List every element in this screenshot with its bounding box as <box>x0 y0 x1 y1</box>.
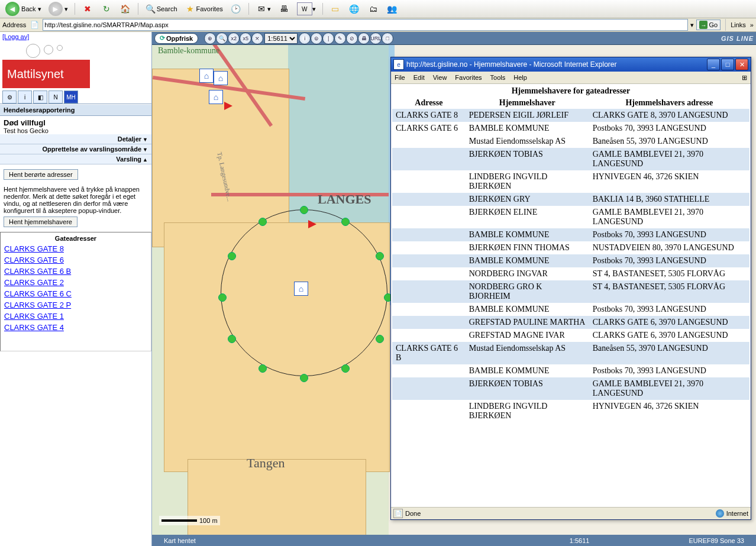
table-row: BAMBLE KOMMUNEPostboks 70, 3993 LANGESUN… <box>392 364 749 377</box>
marker-icon[interactable]: ⌂ <box>209 90 223 104</box>
refresh-button[interactable]: ↻ <box>98 1 115 17</box>
mini-tab-1[interactable]: i <box>18 91 32 104</box>
address-link[interactable]: CLARKS GATE 6 B <box>4 266 147 277</box>
cell: CLARKS GATE 6 <box>392 122 466 135</box>
gis-tool-4[interactable]: ⤧ <box>251 33 263 44</box>
history-button[interactable]: 🕑 <box>227 1 245 17</box>
address-link[interactable]: CLARKS GATE 6 C <box>4 288 147 299</box>
menu-view[interactable]: View <box>433 74 447 81</box>
cell: NORDBERG INGVAR <box>466 267 589 280</box>
search-label: Search <box>157 5 177 12</box>
address-list-scroll[interactable]: Gateadresser CLARKS GATE 8CLARKS GATE 6C… <box>0 232 151 351</box>
logoff-link[interactable]: [Logg av] <box>2 33 29 40</box>
minimize-button[interactable]: _ <box>707 59 720 70</box>
section-detaljer[interactable]: Detaljer▼ <box>0 134 151 144</box>
cell <box>392 170 466 193</box>
gis-tool-6[interactable]: ⊚ <box>311 33 322 44</box>
cell: Postboks 70, 3993 LANGESUND <box>589 254 749 267</box>
cell <box>392 329 466 342</box>
section-varsling[interactable]: Varsling▲ <box>0 154 151 164</box>
page-icon: 📄 <box>28 19 40 31</box>
cell: BAMBLE KOMMUNE <box>466 364 589 377</box>
menu-file[interactable]: File <box>395 74 405 81</box>
mini-tab-4[interactable]: MH <box>64 91 78 104</box>
extra2-button[interactable]: 🌐 <box>345 1 363 17</box>
popup-window: e http://test.gisline.no - Hjemmelshaver… <box>390 57 751 520</box>
mini-tab-2[interactable]: ◧ <box>33 91 47 104</box>
gis-toolbar: ⟳Oppfrisk ⊕🔍x2x5⤧ 1:5611 i⊚|✎⊘🖶URL□ GIS … <box>152 32 756 45</box>
address-link[interactable]: CLARKS GATE 2 P <box>4 299 147 311</box>
gis-tool-11[interactable]: URL <box>370 33 382 44</box>
gis-tool-8[interactable]: ✎ <box>334 33 346 44</box>
address-link[interactable]: CLARKS GATE 2 <box>4 277 147 288</box>
popup-titlebar[interactable]: e http://test.gisline.no - Hjemmelshaver… <box>391 57 751 72</box>
maximize-button[interactable]: □ <box>721 59 734 70</box>
cell: Baneåsen 55, 3970 LANGESUND <box>589 135 749 148</box>
internet-icon <box>716 509 724 518</box>
win-flag-icon: ⊞ <box>742 74 747 82</box>
gis-tool-7[interactable]: | <box>322 33 334 44</box>
marker-icon[interactable]: ⌂ <box>214 71 228 85</box>
forward-button[interactable]: ► ▾ <box>46 0 71 18</box>
section-opprettelse[interactable]: Opprettelse av varslingsområde▼ <box>0 144 151 154</box>
address-link[interactable]: CLARKS GATE 8 <box>4 243 147 254</box>
menu-help[interactable]: Help <box>513 74 527 81</box>
favorites-button[interactable]: ★Favorites <box>182 1 226 17</box>
gis-tool-3[interactable]: x5 <box>240 33 251 44</box>
scale-bar: 100 m <box>159 516 220 525</box>
messenger-button[interactable]: 👥 <box>383 1 401 17</box>
brand-text: Mattilsynet <box>2 60 90 88</box>
gis-tool-5[interactable]: i <box>299 33 311 44</box>
flag-icon[interactable] <box>308 220 319 231</box>
links-label[interactable]: Links <box>731 21 746 28</box>
cell: CLARKS GATE 6, 3970 LANGESUND <box>589 329 749 342</box>
cell: BJERKØEN ELINE <box>466 206 589 228</box>
cell <box>392 206 466 228</box>
menu-edit[interactable]: Edit <box>413 74 425 81</box>
flag-icon[interactable] <box>224 102 235 112</box>
ie-page-icon: e <box>393 59 404 70</box>
print-button[interactable]: 🖶 <box>275 1 293 17</box>
hent-adresser-button[interactable]: Hent berørte adresser <box>4 169 78 180</box>
gis-tool-2[interactable]: x2 <box>228 33 240 44</box>
mini-tab-3[interactable]: N <box>49 91 63 104</box>
back-button[interactable]: ◄ Back ▾ <box>2 0 44 18</box>
address-link[interactable]: CLARKS GATE 4 <box>4 322 147 333</box>
popup-body[interactable]: Hjemmelshavere for gateadresser Adresse … <box>391 84 751 507</box>
address-input[interactable] <box>43 19 688 31</box>
status-proj: EUREF89 Sone 33 <box>681 537 751 544</box>
gis-tool-0[interactable]: ⊕ <box>204 33 216 44</box>
go-button[interactable]: →Go <box>696 20 721 30</box>
hent-hjemmelshavere-button[interactable]: Hent hjemmelshavere <box>4 217 77 227</box>
gis-tool-9[interactable]: ⊘ <box>346 33 358 44</box>
home-button[interactable]: 🏠 <box>117 1 134 17</box>
mini-tab-0[interactable]: ⚙ <box>2 91 17 104</box>
close-button[interactable]: ✕ <box>735 59 748 70</box>
scale-select[interactable]: 1:5611 <box>264 33 298 44</box>
edit-button[interactable]: W▾ <box>294 1 319 17</box>
search-button[interactable]: 🔍Search <box>142 1 180 17</box>
gis-tool-1[interactable]: 🔍 <box>216 33 228 44</box>
cell: BJERKØEN FINN THOMAS <box>466 241 589 254</box>
address-dropdown[interactable]: ▾ <box>690 21 694 29</box>
gis-tool-12[interactable]: □ <box>382 33 393 44</box>
marker-icon[interactable]: ⌂ <box>199 69 214 83</box>
oppfrisk-button[interactable]: ⟳Oppfrisk <box>154 33 198 44</box>
cell: CLARKS GATE 8 <box>392 109 466 122</box>
table-row: BJERKØEN FINN THOMASNUSTADVEIEN 80, 3970… <box>392 241 749 254</box>
gis-logo: GIS LINE <box>721 35 754 42</box>
extra1-button[interactable]: ▭ <box>327 1 344 17</box>
cell: GAMLE BAMBLEVEI 21, 3970 LANGESUND <box>589 148 749 170</box>
table-row: GREFSTAD PAULINE MARTHACLARKS GATE 6, 39… <box>392 316 749 329</box>
stop-button[interactable]: ✖ <box>79 1 96 17</box>
address-link[interactable]: CLARKS GATE 6 <box>4 254 147 266</box>
extra3-button[interactable]: 🗂 <box>364 1 382 17</box>
marker-icon[interactable]: ⌂ <box>294 282 308 296</box>
mail-button[interactable]: ✉▾ <box>253 1 274 17</box>
cell: GAMLE BAMBLEVEI 21, 3970 LANGESUND <box>589 377 749 400</box>
menu-tools[interactable]: Tools <box>490 74 506 81</box>
map-status-bar: Kart hentet 1:5611 EUREF89 Sone 33 <box>152 535 756 546</box>
address-link[interactable]: CLARKS GATE 1 <box>4 311 147 322</box>
gis-tool-10[interactable]: 🖶 <box>358 33 370 44</box>
menu-favorites[interactable]: Favorites <box>455 74 482 81</box>
